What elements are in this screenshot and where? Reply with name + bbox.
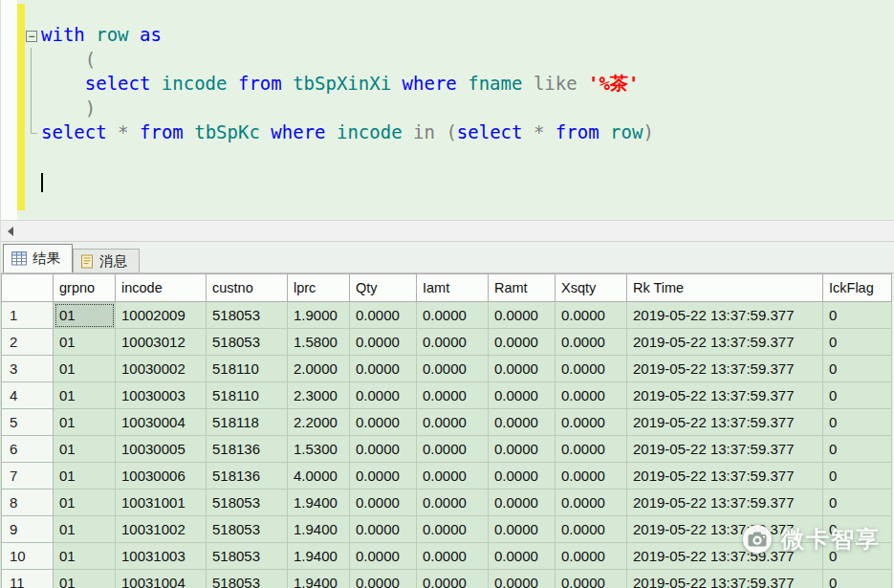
row-header[interactable]: 11	[2, 570, 54, 588]
row-header[interactable]: 6	[2, 436, 54, 463]
table-cell[interactable]: 1.9400	[288, 543, 350, 570]
table-cell[interactable]: 4.0000	[288, 463, 350, 490]
table-cell[interactable]: 01	[54, 409, 116, 436]
column-header-Iamt[interactable]: Iamt	[417, 274, 489, 302]
table-cell[interactable]: 2.0000	[288, 356, 350, 382]
column-header-Rk Time[interactable]: Rk Time	[627, 274, 823, 302]
table-cell[interactable]: 01	[54, 302, 116, 329]
table-cell[interactable]: 0.0000	[417, 302, 489, 329]
table-cell[interactable]: 2019-05-22 13:37:59.377	[627, 409, 823, 436]
code-line[interactable]: select * from tbSpKc where incode in (se…	[25, 120, 654, 145]
table-cell[interactable]: 0.0000	[417, 436, 489, 463]
code-line[interactable]: )	[25, 97, 654, 121]
table-cell[interactable]: 01	[54, 436, 116, 463]
table-cell[interactable]: 0.0000	[417, 516, 489, 543]
column-header-grpno[interactable]: grpno	[54, 274, 116, 302]
table-cell[interactable]: 0.0000	[556, 329, 627, 356]
column-header-Xsqty[interactable]: Xsqty	[556, 274, 627, 302]
table-cell[interactable]: 0	[823, 463, 892, 490]
table-cell[interactable]: 0.0000	[556, 543, 627, 570]
table-cell[interactable]: 0.0000	[417, 463, 489, 490]
code-line[interactable]	[25, 169, 654, 194]
table-cell[interactable]: 1.9400	[288, 516, 350, 543]
code-line[interactable]: select incode from tbSpXinXi where fname…	[25, 72, 654, 97]
table-cell[interactable]: 0.0000	[489, 356, 556, 382]
row-header[interactable]: 1	[2, 302, 54, 329]
editor-hscrollbar[interactable]	[1, 220, 894, 242]
table-cell[interactable]: 0.0000	[556, 409, 627, 436]
corner-header[interactable]	[2, 274, 54, 302]
table-cell[interactable]: 0.0000	[350, 382, 417, 409]
table-cell[interactable]: 0.0000	[350, 329, 417, 356]
table-cell[interactable]: 0.0000	[350, 409, 417, 436]
table-cell[interactable]: 1.9000	[288, 302, 350, 329]
code-line[interactable]	[25, 145, 654, 170]
table-cell[interactable]: 10030005	[116, 436, 207, 463]
table-cell[interactable]: 518110	[207, 356, 288, 382]
row-header[interactable]: 10	[2, 543, 54, 570]
table-cell[interactable]: 0	[823, 436, 892, 463]
table-cell[interactable]: 10031004	[116, 570, 207, 588]
table-cell[interactable]: 0.0000	[489, 436, 556, 463]
table-cell[interactable]: 0	[823, 329, 892, 356]
table-cell[interactable]: 2019-05-22 13:37:59.377	[627, 570, 823, 588]
table-cell[interactable]: 0.0000	[350, 302, 417, 329]
table-cell[interactable]: 518136	[207, 463, 288, 490]
row-header[interactable]: 7	[2, 463, 54, 490]
table-cell[interactable]: 0.0000	[489, 543, 556, 570]
table-cell[interactable]: 1.5300	[288, 436, 350, 463]
row-header[interactable]: 2	[2, 329, 54, 356]
scroll-left-button[interactable]	[1, 221, 19, 241]
table-cell[interactable]: 518053	[207, 490, 288, 516]
table-cell[interactable]: 0.0000	[489, 463, 556, 490]
table-cell[interactable]: 2.3000	[288, 382, 350, 409]
table-cell[interactable]: 0.0000	[417, 382, 489, 409]
table-cell[interactable]: 0.0000	[556, 302, 627, 329]
table-cell[interactable]: 0	[823, 570, 892, 588]
table-cell[interactable]: 10030003	[116, 382, 207, 409]
table-cell[interactable]: 2019-05-22 13:37:59.377	[627, 436, 823, 463]
table-cell[interactable]: 01	[54, 382, 116, 409]
table-cell[interactable]: 1.9400	[288, 490, 350, 516]
table-cell[interactable]: 1.5800	[288, 329, 350, 356]
table-cell[interactable]: 0.0000	[417, 543, 489, 570]
table-cell[interactable]: 0.0000	[350, 516, 417, 543]
table-cell[interactable]: 518053	[207, 516, 288, 543]
table-cell[interactable]: 01	[54, 543, 116, 570]
table-cell[interactable]: 0.0000	[350, 436, 417, 463]
table-cell[interactable]: 2019-05-22 13:37:59.377	[627, 356, 823, 382]
column-header-custno[interactable]: custno	[207, 274, 288, 302]
tab-messages[interactable]: 消息	[73, 249, 140, 272]
table-cell[interactable]: 0.0000	[417, 356, 489, 382]
column-header-incode[interactable]: incode	[116, 274, 207, 302]
table-cell[interactable]: 01	[54, 463, 116, 490]
table-cell[interactable]: 0.0000	[556, 570, 627, 588]
code-line[interactable]: −with row as	[25, 23, 654, 48]
table-cell[interactable]: 10030006	[116, 463, 207, 490]
row-header[interactable]: 9	[2, 516, 54, 543]
table-cell[interactable]: 518110	[207, 382, 288, 409]
table-cell[interactable]: 0.0000	[556, 490, 627, 516]
table-cell[interactable]: 10031001	[116, 490, 207, 516]
table-cell[interactable]: 0.0000	[489, 409, 556, 436]
table-cell[interactable]: 518136	[207, 436, 288, 463]
table-cell[interactable]: 01	[54, 516, 116, 543]
table-cell[interactable]: 0.0000	[489, 570, 556, 588]
table-cell[interactable]: 0	[823, 302, 892, 329]
column-header-Qty[interactable]: Qty	[350, 274, 417, 302]
column-header-IckFlag[interactable]: IckFlag	[823, 274, 892, 302]
table-cell[interactable]: 518118	[207, 409, 288, 436]
table-cell[interactable]: 10030002	[116, 356, 207, 382]
table-cell[interactable]: 10002009	[116, 302, 207, 329]
table-cell[interactable]: 0.0000	[556, 436, 627, 463]
table-cell[interactable]: 518053	[207, 543, 288, 570]
table-cell[interactable]: 10031002	[116, 516, 207, 543]
table-cell[interactable]: 0.0000	[350, 356, 417, 382]
table-cell[interactable]: 2019-05-22 13:37:59.377	[627, 302, 823, 329]
table-cell[interactable]: 2.2000	[288, 409, 350, 436]
table-cell[interactable]: 0.0000	[556, 516, 627, 543]
table-cell[interactable]: 0.0000	[489, 302, 556, 329]
table-cell[interactable]: 518053	[207, 329, 288, 356]
table-cell[interactable]: 518053	[207, 302, 288, 329]
table-cell[interactable]: 01	[54, 570, 116, 588]
